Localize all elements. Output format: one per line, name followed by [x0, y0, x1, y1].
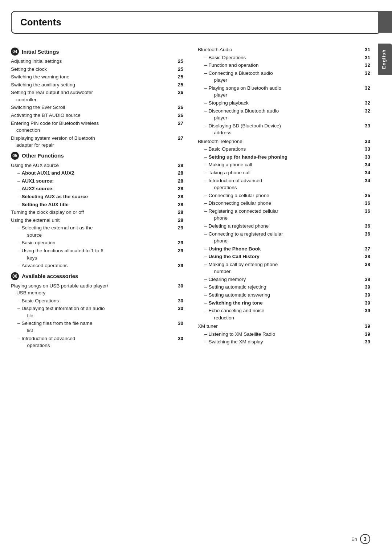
list-item: Using the AUX source 28: [11, 162, 183, 169]
list-item: – Registering a connected cellular phone…: [198, 208, 370, 222]
list-item: – Selecting AUX as the source 28: [11, 193, 183, 200]
list-item: – Deleting a registered phone 36: [198, 223, 370, 230]
left-column: 04 Initial Settings Adjusting initial se…: [11, 45, 183, 350]
right-column: Bluetooth Audio 31 – Basic Operations 31…: [198, 45, 370, 350]
list-item: Switching the auxiliary setting 25: [11, 81, 183, 89]
page-footer: En 3: [351, 534, 370, 544]
list-item: – Setting up for hands-free phoning 33: [198, 154, 370, 161]
section-06-number: 06: [11, 272, 19, 280]
list-item: – Connecting to a registered cellular ph…: [198, 230, 370, 245]
list-item: – Introduction of advanced operations 34: [198, 177, 370, 191]
section-05-number: 05: [11, 152, 19, 160]
list-item: Switching the Ever Scroll 26: [11, 104, 183, 111]
list-item: – Using the functions allocated to 1 to …: [11, 247, 183, 261]
list-item: – Listening to XM Satellite Radio 39: [198, 331, 370, 338]
section-06-header: 06 Available accessories: [11, 272, 183, 280]
list-item: – Function and operation 32: [198, 62, 370, 69]
list-item: Playing songs on USB portable audio play…: [11, 282, 183, 297]
list-item: – Disconnecting a Bluetooth audio player…: [198, 107, 370, 122]
list-item: Entering PIN code for Bluetooth wireless…: [11, 120, 183, 134]
list-item: – Basic Operations 31: [198, 54, 370, 61]
section-04-number: 04: [11, 48, 19, 56]
list-item: – Introduction of advanced operations 30: [11, 335, 183, 349]
list-item: – Displaying text information of an audi…: [11, 305, 183, 319]
side-language-tab: English: [378, 44, 392, 75]
list-item: – Using the Call History 38: [198, 253, 370, 260]
list-item: – Taking a phone call 34: [198, 169, 370, 176]
list-item: – Displaying BD (Bluetooth Device) addre…: [198, 122, 370, 136]
list-item: – Stopping playback 32: [198, 99, 370, 107]
list-item: Turning the clock display on or off 28: [11, 209, 183, 216]
list-item: – AUX1 source: 28: [11, 177, 183, 185]
list-item: – Selecting the external unit as the sou…: [11, 224, 183, 238]
list-item: – Advanced operations 29: [11, 262, 183, 269]
list-item: XM tuner 39: [198, 323, 370, 330]
side-tab-top: [378, 11, 392, 33]
list-item: – About AUX1 and AUX2 28: [11, 170, 183, 177]
page-number: 3: [360, 534, 370, 544]
toc-content: 04 Initial Settings Adjusting initial se…: [11, 45, 370, 350]
list-item: – Basic Operations 33: [198, 146, 370, 153]
list-item: – Disconnecting cellular phone 36: [198, 200, 370, 207]
list-item: – Switching the XM display 39: [198, 338, 370, 346]
page-title: Contents: [20, 17, 61, 28]
list-item: – Switching the ring tone 39: [198, 299, 370, 307]
list-item: Bluetooth Audio 31: [198, 46, 370, 53]
contents-header: Contents: [11, 11, 381, 34]
list-item: Displaying system version of Bluetooth a…: [11, 135, 183, 149]
section-05-header: 05 Other Functions: [11, 152, 183, 160]
list-item: Using the external unit 28: [11, 217, 183, 224]
list-item: Activating the BT AUDIO source 26: [11, 112, 183, 119]
list-item: Setting the rear output and subwoofer co…: [11, 89, 183, 103]
list-item: – Setting the AUX title 28: [11, 201, 183, 208]
list-item: – Selecting files from the file name lis…: [11, 320, 183, 334]
list-item: – Making a call by entering phone number…: [198, 261, 370, 275]
list-item: – Clearing memory 38: [198, 276, 370, 283]
list-item: – Playing songs on Bluetooth audio playe…: [198, 85, 370, 99]
footer-lang: En: [351, 536, 357, 542]
list-item: – Setting automatic answering 39: [198, 291, 370, 299]
section-04-header: 04 Initial Settings: [11, 48, 183, 56]
list-item: – Echo canceling and noise reduction 39: [198, 307, 370, 321]
list-item: Adjusting initial settings 25: [11, 58, 183, 65]
section-05-title: Other Functions: [22, 152, 64, 159]
list-item: – Basic operation 29: [11, 239, 183, 246]
section-06-title: Available accessories: [22, 273, 78, 279]
list-item: Switching the warning tone 25: [11, 73, 183, 81]
list-item: Setting the clock 25: [11, 66, 183, 73]
list-item: – Connecting a cellular phone 35: [198, 192, 370, 199]
section-04-title: Initial Settings: [22, 49, 59, 55]
list-item: – AUX2 source: 28: [11, 185, 183, 192]
list-item: – Making a phone call 34: [198, 161, 370, 168]
list-item: Bluetooth Telephone 33: [198, 138, 370, 145]
list-item: – Basic Operations 30: [11, 297, 183, 305]
list-item: – Setting automatic rejecting 39: [198, 283, 370, 291]
list-item: – Using the Phone Book 37: [198, 245, 370, 253]
list-item: – Connecting a Bluetooth audio player 32: [198, 70, 370, 84]
